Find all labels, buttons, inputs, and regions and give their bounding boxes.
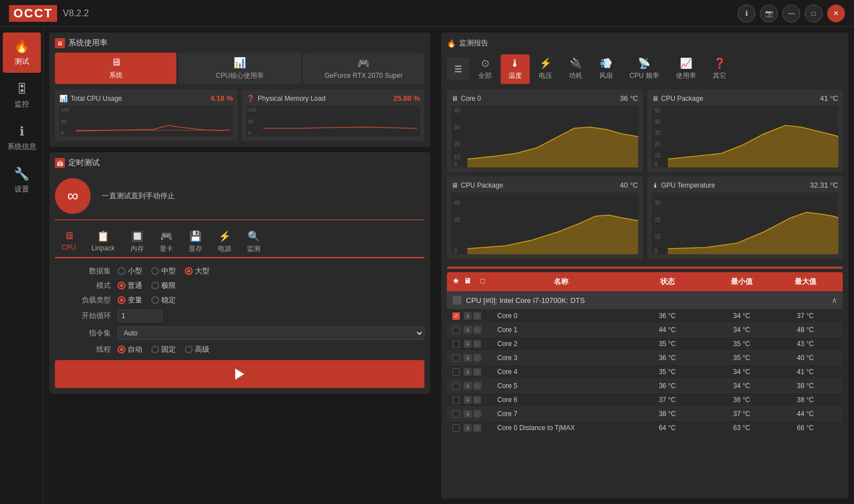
svg-text:20: 20	[654, 217, 660, 223]
loadtype-options: 变量 稳定	[118, 295, 424, 305]
thread-advanced[interactable]: 高级	[185, 344, 209, 354]
infinity-button[interactable]: ∞	[55, 178, 91, 214]
sysinfo-icon: ℹ	[20, 124, 24, 139]
mem-metric-value: 25.80 %	[393, 94, 420, 102]
row1-icon2[interactable]: □	[473, 326, 481, 334]
sidebar-item-monitor[interactable]: 🎛 监控	[3, 75, 41, 115]
row5-checkbox[interactable]	[452, 382, 460, 390]
monitor-tab-other[interactable]: ❓ 其它	[705, 54, 734, 84]
row3-max: 40 °C	[773, 354, 837, 362]
sidebar-item-sysinfo[interactable]: ℹ 系统信息	[3, 118, 41, 158]
row2-icon1[interactable]: 🌡	[464, 340, 472, 348]
dataset-large[interactable]: 大型	[185, 266, 209, 276]
sidebar-item-test[interactable]: 🔥 测试	[3, 32, 41, 73]
monitor-tab-power[interactable]: 🔌 功耗	[561, 54, 590, 84]
row6-icon1[interactable]: 🌡	[464, 396, 472, 404]
mode-extreme-radio[interactable]	[151, 282, 159, 290]
thread-fixed-radio[interactable]	[151, 346, 159, 353]
row8-icon2[interactable]: □	[473, 424, 481, 432]
monitor-tab-fan[interactable]: 💨 风扇	[591, 54, 620, 84]
row7-icon2[interactable]: □	[473, 410, 481, 418]
test-tab-memory[interactable]: 🔲 内存	[124, 227, 151, 258]
thread-fixed[interactable]: 固定	[151, 344, 176, 354]
row0-status: 36 °C	[625, 312, 710, 320]
row3-icon2[interactable]: □	[473, 354, 481, 362]
loadtype-stable[interactable]: 稳定	[151, 295, 176, 305]
row0-checkbox[interactable]	[452, 312, 460, 320]
dataset-medium-radio[interactable]	[151, 267, 159, 275]
startcycle-input[interactable]	[118, 310, 162, 322]
loadtype-variable[interactable]: 变量	[118, 295, 142, 305]
row1-icon1[interactable]: 🌡	[464, 326, 472, 334]
row7-icon1[interactable]: 🌡	[464, 410, 472, 418]
start-button[interactable]	[55, 360, 424, 388]
dataset-small-label: 小型	[128, 266, 142, 276]
monitor-tab-voltage[interactable]: ⚡ 电压	[531, 54, 560, 84]
row3-icon1[interactable]: 🌡	[464, 354, 472, 362]
cpufreq-tab-label: CPU 频率	[629, 71, 659, 81]
loadtype-stable-radio[interactable]	[151, 296, 159, 304]
cpu-metric-name: Total CPU Usage	[71, 95, 122, 102]
tab-cpu-icon: 📊	[234, 57, 246, 69]
all-tab-label: 全部	[478, 71, 492, 81]
row2-checkbox[interactable]	[452, 340, 460, 348]
row8-status: 64 °C	[625, 424, 710, 432]
row0-icon2[interactable]: □	[473, 312, 481, 320]
thread-auto-radio[interactable]	[118, 346, 125, 353]
row2-icon2[interactable]: □	[473, 340, 481, 348]
info-button[interactable]: ℹ	[738, 4, 755, 22]
svg-text:0: 0	[454, 248, 458, 254]
dataset-large-radio[interactable]	[185, 267, 193, 275]
row5-icon2[interactable]: □	[473, 382, 481, 390]
row4-icon2[interactable]: □	[473, 368, 481, 376]
row8-icon1[interactable]: 🌡	[464, 424, 472, 432]
minimize-button[interactable]: —	[782, 4, 800, 22]
monitor-tab-usage[interactable]: 📈 使用率	[668, 54, 704, 84]
test-tab-gpu[interactable]: 🎮 显卡	[153, 227, 180, 258]
row4-icon1[interactable]: 🌡	[464, 368, 472, 376]
monitor-table-header: ★ 🖥 □ 名称 状态 最小值 最大值	[447, 272, 843, 291]
tab-cpu-core[interactable]: 📊 CPU核心使用率	[179, 53, 300, 84]
mode-extreme[interactable]: 极限	[151, 281, 176, 291]
thread-advanced-radio[interactable]	[185, 346, 193, 353]
mode-normal[interactable]: 普通	[118, 281, 142, 291]
svg-text:20: 20	[654, 141, 660, 147]
test-tab-cpu[interactable]: 🖥 CPU	[55, 227, 82, 258]
sidebar-item-settings[interactable]: 🔧 设置	[3, 160, 41, 200]
tab-system[interactable]: 🖥 系统	[55, 53, 176, 84]
dataset-small[interactable]: 小型	[118, 266, 142, 276]
titlebar: OCCT V8.2.2 ℹ 📷 — □ ✕	[0, 0, 854, 27]
row7-checkbox[interactable]	[452, 410, 460, 418]
mode-normal-radio[interactable]	[118, 282, 125, 290]
row4-checkbox[interactable]	[452, 368, 460, 376]
loadtype-stable-label: 稳定	[161, 295, 176, 305]
test-tab-power[interactable]: ⚡ 电源	[211, 227, 238, 258]
chart-core0-icon: 🖥	[451, 95, 458, 102]
camera-button[interactable]: 📷	[760, 4, 778, 22]
group-collapse-icon[interactable]: ∧	[832, 296, 837, 305]
test-tab-vram[interactable]: 💾 显存	[182, 227, 209, 258]
test-tab-linpack[interactable]: 📋 Linpack	[85, 227, 121, 258]
row3-checkbox[interactable]	[452, 354, 460, 362]
test-tab-monitor[interactable]: 🔍 监测	[240, 227, 267, 258]
loadtype-variable-radio[interactable]	[118, 296, 125, 304]
row5-icon1[interactable]: 🌡	[464, 382, 472, 390]
dataset-small-radio[interactable]	[118, 267, 125, 275]
tab-gpu[interactable]: 🎮 GeForce RTX 2070 Super	[303, 53, 424, 84]
monitor-tab-menu[interactable]: ☰	[447, 58, 469, 80]
dataset-medium[interactable]: 中型	[151, 266, 176, 276]
monitor-tab-all[interactable]: ⊙ 全部	[470, 54, 500, 84]
row7-status: 38 °C	[625, 410, 710, 418]
row0-icon1[interactable]: 🌡	[464, 312, 472, 320]
row6-icon2[interactable]: □	[473, 396, 481, 404]
row6-checkbox[interactable]	[452, 396, 460, 404]
monitor-tab-cpufreq[interactable]: 📡 CPU 频率	[622, 54, 667, 84]
maximize-button[interactable]: □	[805, 4, 823, 22]
instrset-select[interactable]: Auto	[118, 326, 424, 340]
monitor-tab-temp[interactable]: 🌡 温度	[501, 54, 530, 84]
chart-cpupkg-icon: 🖥	[652, 95, 659, 102]
row8-checkbox[interactable]	[452, 424, 460, 432]
row1-checkbox[interactable]	[452, 326, 460, 334]
close-button[interactable]: ✕	[827, 4, 845, 22]
thread-auto[interactable]: 自动	[118, 344, 142, 354]
